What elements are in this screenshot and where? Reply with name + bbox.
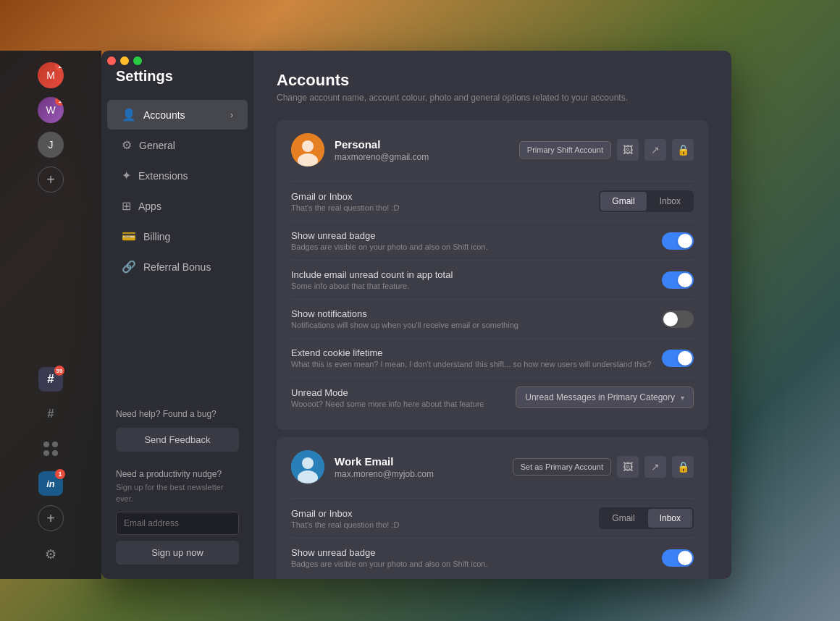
- sidebar-item-accounts[interactable]: 👤 Accounts ›: [107, 100, 248, 130]
- personal-cookie-knob: [678, 351, 692, 366]
- personal-email-count-toggle[interactable]: [662, 271, 694, 289]
- sidebar-nav: 👤 Accounts › ⚙ General ✦ Extensions ⊞ Ap…: [101, 99, 253, 397]
- work-account-email: max.moreno@myjob.com: [335, 469, 513, 479]
- personal-gmail-btn[interactable]: Gmail: [600, 192, 646, 211]
- sidebar-item-extensions[interactable]: ✦ Extensions: [107, 161, 248, 190]
- svg-point-4: [302, 457, 314, 469]
- page-subtitle: Change account name, account colour, pho…: [277, 93, 708, 103]
- work-unread-badge-row: Show unread badge Badges are visible on …: [291, 538, 694, 577]
- linkedin-badge: 1: [55, 469, 65, 479]
- personal-password-button[interactable]: 🔒: [672, 139, 694, 161]
- dock-avatar-2-badge: 1: [55, 97, 64, 106]
- work-unread-badge-info: Show unread badge Badges are visible on …: [291, 547, 662, 568]
- main-content: Accounts Change account name, account co…: [253, 51, 731, 579]
- personal-unread-badge-control: [662, 232, 694, 250]
- personal-email-count-knob: [678, 273, 692, 287]
- nudge-title: Need a productivity nudge?: [101, 463, 253, 482]
- sidebar-item-apps[interactable]: ⊞ Apps: [107, 191, 248, 221]
- work-gmail-btn[interactable]: Gmail: [600, 509, 646, 528]
- accounts-icon: 👤: [122, 108, 136, 122]
- personal-notifications-label: Show notifications: [291, 308, 662, 319]
- personal-notifications-toggle[interactable]: [662, 310, 694, 328]
- work-password-button[interactable]: 🔒: [672, 456, 694, 478]
- work-inbox-btn[interactable]: Inbox: [648, 509, 692, 528]
- personal-email-count-label: Include email unread count in app total: [291, 269, 662, 280]
- email-input[interactable]: [116, 512, 239, 535]
- personal-gmail-inbox-label: Gmail or Inbox: [291, 191, 599, 202]
- apps-icon[interactable]: [38, 436, 64, 462]
- work-account-card: Work Email max.moreno@myjob.com Set as P…: [277, 437, 708, 579]
- personal-cookie-desc: What this is even mean? I mean, I don't …: [291, 360, 662, 368]
- personal-unread-mode-control: Unread Messages in Primary Category ▾: [516, 386, 694, 408]
- page-title: Accounts: [277, 71, 708, 90]
- settings-dock-icon[interactable]: ⚙: [38, 541, 64, 567]
- work-gmail-inbox-control: Gmail Inbox: [599, 507, 694, 529]
- personal-cookie-toggle[interactable]: [662, 350, 694, 367]
- dock-avatar-1[interactable]: M 2: [38, 62, 64, 88]
- work-photo-button[interactable]: 🖼: [617, 456, 639, 478]
- dock-avatar-2[interactable]: W 1: [38, 97, 64, 123]
- nudge-subtitle: Sign up for the best newsletter ever.: [101, 482, 253, 512]
- work-account-name: Work Email: [335, 455, 513, 468]
- personal-unread-badge-toggle[interactable]: [662, 232, 694, 250]
- personal-avatar: [291, 133, 324, 166]
- personal-unread-badge-desc: Badges are visible on your photo and als…: [291, 242, 662, 251]
- app-window: Settings 👤 Accounts › ⚙ General ✦ Extens…: [101, 51, 731, 579]
- work-account-info: Work Email max.moreno@myjob.com: [335, 455, 513, 479]
- hashtag-icon[interactable]: #: [38, 401, 64, 427]
- personal-gmail-inbox-row: Gmail or Inbox That's the real question …: [291, 181, 694, 221]
- billing-label: Billing: [143, 231, 233, 242]
- billing-icon: 💳: [122, 229, 136, 243]
- work-unread-badge-label: Show unread badge: [291, 547, 662, 558]
- referral-icon: 🔗: [122, 260, 136, 274]
- personal-photo-button[interactable]: 🖼: [617, 139, 639, 161]
- personal-account-email: maxmoreno@gmail.com: [335, 152, 519, 162]
- personal-cookie-control: [662, 350, 694, 367]
- personal-inbox-btn[interactable]: Inbox: [648, 192, 692, 211]
- personal-cookie-row: Extend cookie lifetime What this is even…: [291, 338, 694, 377]
- dock-avatar-1-badge: 2: [55, 62, 64, 71]
- linkedin-icon[interactable]: in 1: [38, 470, 64, 497]
- personal-unread-mode-info: Unread Mode Woooot? Need some more info …: [291, 387, 516, 408]
- dock: M 2 W 1 J + # 59 # in 1 +: [0, 51, 101, 579]
- sidebar-item-billing[interactable]: 💳 Billing: [107, 221, 248, 251]
- set-primary-account-badge[interactable]: Set as Primary Account: [513, 458, 611, 476]
- work-unread-badge-toggle[interactable]: [662, 549, 694, 567]
- sidebar-item-general[interactable]: ⚙ General: [107, 130, 248, 160]
- personal-unread-mode-row: Unread Mode Woooot? Need some more info …: [291, 377, 694, 417]
- apps-nav-icon: ⊞: [122, 199, 131, 213]
- close-button[interactable]: [107, 56, 116, 65]
- feedback-button[interactable]: Send Feedback: [116, 428, 239, 452]
- personal-notifications-desc: Notifications will show up when you'll r…: [291, 321, 662, 329]
- hashtag-badge-icon[interactable]: # 59: [38, 366, 64, 392]
- personal-account-actions: Primary Shift Account 🖼 ↗ 🔒: [519, 139, 694, 161]
- work-open-button[interactable]: ↗: [644, 456, 666, 478]
- work-unread-badge-control: [662, 549, 694, 567]
- add-account-button[interactable]: +: [38, 166, 64, 193]
- signup-button[interactable]: Sign up now: [116, 541, 239, 565]
- personal-unread-badge-info: Show unread badge Badges are visible on …: [291, 230, 662, 251]
- work-unread-badge-desc: Badges are visible on your photo and als…: [291, 559, 662, 568]
- add-app-button[interactable]: +: [38, 505, 64, 531]
- svg-point-1: [302, 140, 314, 152]
- personal-unread-mode-desc: Woooot? Need some more info here about t…: [291, 400, 516, 408]
- dock-avatar-3[interactable]: J: [38, 132, 64, 158]
- minimize-button[interactable]: [120, 56, 129, 65]
- personal-open-button[interactable]: ↗: [644, 139, 666, 161]
- personal-unread-badge-knob: [678, 234, 692, 248]
- personal-email-count-desc: Some info about that that feature.: [291, 282, 662, 290]
- help-text: Need help? Found a bug?: [101, 397, 253, 425]
- personal-notifications-info: Show notifications Notifications will sh…: [291, 308, 662, 329]
- maximize-button[interactable]: [133, 56, 142, 65]
- personal-unread-mode-dropdown[interactable]: Unread Messages in Primary Category ▾: [516, 386, 694, 408]
- extensions-label: Extensions: [138, 170, 233, 182]
- personal-gmail-inbox-desc: That's the real question tho! :D: [291, 203, 599, 212]
- work-gmail-inbox-row: Gmail or Inbox That's the real question …: [291, 498, 694, 538]
- personal-notifications-row: Show notifications Notifications will sh…: [291, 299, 694, 338]
- personal-unread-badge-label: Show unread badge: [291, 230, 662, 241]
- personal-account-name: Personal: [335, 138, 519, 151]
- sidebar-item-referral[interactable]: 🔗 Referral Bonus: [107, 252, 248, 282]
- sidebar: Settings 👤 Accounts › ⚙ General ✦ Extens…: [101, 51, 253, 579]
- personal-account-header: Personal maxmoreno@gmail.com Primary Shi…: [291, 133, 694, 166]
- personal-unread-mode-selected: Unread Messages in Primary Category: [525, 392, 675, 402]
